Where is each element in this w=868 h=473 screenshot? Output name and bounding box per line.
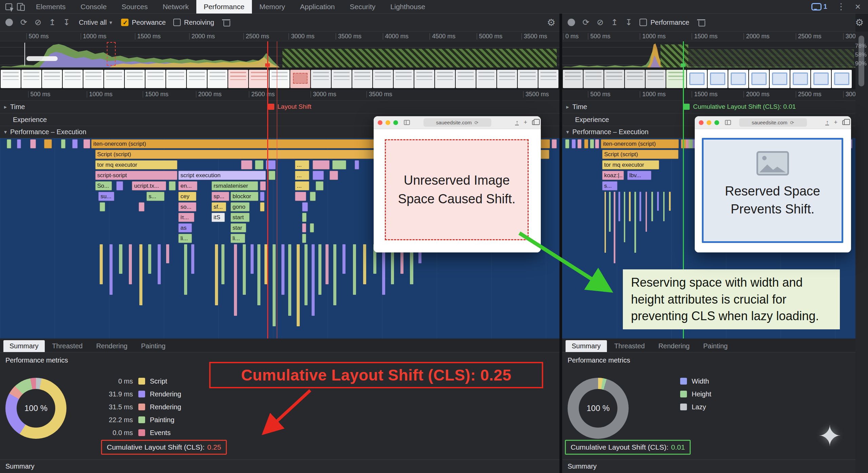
- flame-bar[interactable]: ...: [295, 171, 310, 180]
- flame-bar[interactable]: [61, 139, 65, 148]
- flame-task-column[interactable]: [257, 244, 260, 305]
- flame-task-column[interactable]: [251, 244, 254, 274]
- flame-bar[interactable]: [260, 181, 266, 190]
- tab-painting[interactable]: Painting: [697, 340, 734, 352]
- flame-bar[interactable]: [355, 160, 359, 169]
- share-icon[interactable]: ↑: [825, 120, 829, 125]
- filmstrip-frame[interactable]: [104, 70, 124, 88]
- flame-task-column[interactable]: [119, 244, 122, 274]
- flame-bar[interactable]: [552, 139, 557, 148]
- clear-icon[interactable]: ⊘: [597, 18, 604, 26]
- flame-task-column[interactable]: [288, 244, 291, 316]
- flame-bar[interactable]: [590, 139, 594, 148]
- inspect-element-icon[interactable]: [5, 3, 12, 10]
- flame-task-column[interactable]: [663, 192, 665, 221]
- filmstrip-frame[interactable]: [311, 70, 331, 88]
- flame-bar[interactable]: star: [231, 223, 246, 232]
- flame-task-column[interactable]: [614, 192, 615, 263]
- flame-task-column[interactable]: [629, 192, 631, 221]
- flame-task-column[interactable]: [624, 192, 626, 242]
- filmstrip-frame[interactable]: [790, 70, 810, 88]
- flame-bar[interactable]: rsmalateniser: [212, 181, 258, 190]
- flame-task-column[interactable]: [158, 244, 161, 284]
- memory-checkbox-group[interactable]: Renoiving: [173, 19, 214, 26]
- flame-bar[interactable]: li...: [178, 234, 192, 243]
- flame-task-column[interactable]: [221, 244, 224, 284]
- flame-task-column[interactable]: [657, 192, 659, 211]
- close-traffic-light[interactable]: [378, 120, 382, 125]
- share-icon[interactable]: ↑: [515, 120, 519, 125]
- flame-task-column[interactable]: [110, 244, 113, 295]
- filmstrip-frame[interactable]: [625, 70, 645, 88]
- flame-task-column[interactable]: [234, 244, 237, 316]
- flame-bar[interactable]: [584, 139, 588, 148]
- chat-indicator[interactable]: 1: [811, 3, 827, 11]
- flame-task-column[interactable]: [646, 192, 647, 232]
- flame-task-column[interactable]: [166, 244, 169, 263]
- tab-summary[interactable]: Summary: [566, 340, 607, 352]
- cls-marker-icon[interactable]: [684, 104, 690, 110]
- new-tab-icon[interactable]: +: [834, 119, 837, 126]
- track-time[interactable]: ▸ Time Cumulative Layout Shift (CLS): 0.…: [562, 101, 855, 114]
- filmstrip-frame[interactable]: [83, 70, 103, 88]
- trash-icon[interactable]: [223, 19, 230, 26]
- chevron-right-icon[interactable]: ▸: [566, 104, 569, 110]
- filmstrip-frame[interactable]: [270, 70, 290, 88]
- flame-task-column[interactable]: [129, 244, 132, 284]
- flame-task-column[interactable]: [605, 192, 606, 253]
- flame-bar[interactable]: [83, 139, 90, 148]
- tab-overview-icon[interactable]: [532, 120, 537, 125]
- flame-task-column[interactable]: [273, 244, 276, 326]
- layout-shift-marker-icon[interactable]: [268, 104, 274, 110]
- tab-rendering[interactable]: Rendering: [90, 340, 134, 352]
- flame-bar[interactable]: [260, 202, 264, 211]
- flame-bar[interactable]: Script (script): [602, 150, 678, 159]
- filmstrip-frame[interactable]: [687, 70, 707, 88]
- address-bar[interactable]: saueedsite.com ⟳: [739, 118, 807, 127]
- filmstrip-frame[interactable]: [21, 70, 41, 88]
- filmstrip-frame[interactable]: [1, 70, 21, 88]
- flame-bar[interactable]: [577, 139, 581, 148]
- tab-security[interactable]: Security: [342, 0, 383, 14]
- filmstrip-frame[interactable]: [538, 70, 558, 88]
- flame-bar[interactable]: koaz:|..: [602, 171, 624, 180]
- download-icon[interactable]: ↧: [625, 18, 632, 26]
- reload-icon[interactable]: ⟳: [20, 18, 27, 26]
- filmstrip-frame[interactable]: [604, 70, 624, 88]
- flame-bar[interactable]: itS: [212, 213, 225, 222]
- tab-summary[interactable]: Summary: [3, 340, 45, 352]
- filmstrip-frame[interactable]: [770, 70, 790, 88]
- filmstrip-frame[interactable]: [811, 70, 831, 88]
- flame-bar[interactable]: lbv...: [627, 171, 651, 180]
- tab-elements[interactable]: Elements: [28, 0, 73, 14]
- filmstrip-frame[interactable]: [394, 70, 414, 88]
- flame-bar[interactable]: [17, 139, 21, 148]
- tab-sources[interactable]: Sources: [114, 0, 155, 14]
- tab-console[interactable]: Console: [73, 0, 114, 14]
- flame-task-column[interactable]: [342, 244, 346, 274]
- close-icon[interactable]: ×: [855, 1, 861, 12]
- flame-bar[interactable]: s...: [146, 192, 164, 201]
- flame-task-column[interactable]: [139, 244, 142, 305]
- tab-rendering[interactable]: Rendering: [652, 340, 696, 352]
- reload-icon[interactable]: ⟳: [583, 18, 589, 26]
- flame-bar[interactable]: su...: [98, 192, 114, 201]
- flame-task-column[interactable]: [297, 244, 300, 326]
- flame-bar[interactable]: cey: [178, 192, 196, 201]
- tab-performance[interactable]: Performance: [196, 0, 252, 14]
- filmstrip-frame[interactable]: [187, 70, 207, 88]
- tab-network[interactable]: Network: [155, 0, 196, 14]
- flame-task-column[interactable]: [618, 192, 620, 221]
- performance-checkbox-group[interactable]: Performance: [639, 19, 689, 26]
- sparkle-icon[interactable]: ✦: [818, 419, 842, 453]
- chevron-right-icon[interactable]: ▸: [4, 104, 7, 110]
- filmstrip-frame[interactable]: [646, 70, 666, 88]
- flame-task-column[interactable]: [609, 192, 611, 232]
- flame-bar[interactable]: so...: [178, 202, 196, 211]
- flame-bar[interactable]: [116, 181, 123, 190]
- sidebar-toggle-icon[interactable]: [725, 120, 731, 125]
- filmstrip-frame[interactable]: [125, 70, 145, 88]
- flame-bar[interactable]: [565, 139, 569, 148]
- flame-bar[interactable]: [241, 160, 252, 169]
- flame-bar[interactable]: [310, 192, 316, 201]
